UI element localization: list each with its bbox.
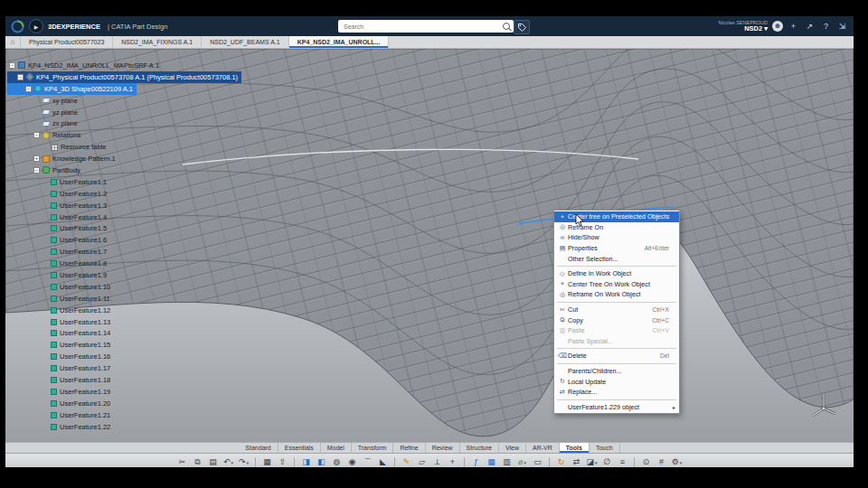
chamfer-icon[interactable]: ◣	[376, 455, 390, 467]
context-menu-item[interactable]: ✂ Cut Ctrl+X	[554, 305, 679, 315]
grid-icon[interactable]: #	[655, 455, 668, 467]
tree-item[interactable]: UserFeature1.17	[7, 362, 114, 374]
3dexperience-compass-icon[interactable]: ▶	[29, 19, 43, 33]
share-button[interactable]: ↗	[804, 22, 816, 31]
tree-item[interactable]: UserFeature1.10	[7, 281, 114, 293]
ribbon-tab[interactable]: Structure	[460, 443, 499, 453]
pad-icon[interactable]: ◨	[299, 455, 313, 467]
sketch-icon[interactable]: ✎	[400, 455, 413, 467]
toolbar-separator[interactable]	[634, 457, 635, 467]
tree-item[interactable]: UserFeature1.4	[7, 211, 110, 223]
ribbon-tab[interactable]: AR-VR	[526, 443, 560, 453]
3d-viewport[interactable]: KP4_NSD2_IMA_UNROLL_MAPtoSRF A.1 KP4_Phy…	[5, 49, 854, 442]
toolbar-separator[interactable]	[464, 457, 465, 467]
layers-icon[interactable]: ≡	[616, 455, 629, 467]
section-icon[interactable]: ◪	[585, 455, 599, 467]
context-menu-item[interactable]: ⌖ Center Tree On Work Object	[554, 279, 679, 290]
help-button[interactable]: ?	[820, 22, 832, 31]
ribbon-tab[interactable]: Touch	[590, 443, 620, 453]
context-menu-item[interactable]	[557, 399, 676, 400]
search-icon[interactable]	[503, 23, 510, 30]
context-menu-item[interactable]: UserFeature1.229 object	[554, 402, 679, 413]
context-menu-item[interactable]	[557, 348, 676, 349]
toolbar-separator[interactable]	[394, 457, 395, 467]
context-menu-item[interactable]: ↻ Local Update	[554, 376, 679, 387]
context-menu-item[interactable]: Other Selection...	[554, 253, 679, 264]
tree-item[interactable]: yz plane	[7, 107, 81, 118]
export-icon[interactable]: ⇧	[276, 455, 289, 467]
context-menu-item[interactable]: ▤ Properties Alt+Enter	[554, 243, 679, 254]
point-icon[interactable]: +	[446, 455, 459, 467]
hide-show-icon[interactable]: ∅	[600, 455, 614, 467]
ribbon-tab[interactable]: Transform	[352, 443, 394, 453]
hole-icon[interactable]: ◉	[345, 455, 359, 467]
context-menu-item[interactable]: ⌫ Delete Del	[554, 351, 679, 361]
context-menu-item[interactable]: ⌖ Center tree on Preselected Objects	[554, 211, 679, 222]
tree-item[interactable]: zx plane	[7, 117, 81, 129]
tree-item[interactable]: UserFeature1.19	[7, 386, 114, 398]
context-menu-item[interactable]: Paste Special...	[554, 336, 679, 347]
tree-item[interactable]: Resource table	[7, 141, 109, 153]
undo-icon[interactable]: ↶	[222, 455, 235, 467]
ribbon-tab[interactable]: Refine	[393, 443, 425, 453]
context-menu-item[interactable]: ∞ Hide/Show	[554, 232, 679, 243]
toolbar-separator[interactable]	[255, 457, 256, 467]
tree-item[interactable]: UserFeature1.20	[7, 398, 114, 409]
tree-item[interactable]: UserFeature1.11	[7, 293, 114, 305]
document-tab[interactable]: NSD2_UDF_BEAMS A.1	[202, 36, 288, 48]
shaft-icon[interactable]: ◍	[330, 455, 344, 467]
tree-item[interactable]: UserFeature1.6	[7, 234, 110, 246]
print-icon[interactable]: ▦	[260, 455, 274, 467]
tree-item[interactable]: UserFeature1.1	[7, 176, 110, 188]
tree-expander-icon[interactable]	[17, 74, 24, 80]
document-tab[interactable]: KP4_NSD2_IMA_UNROLL...	[289, 36, 390, 48]
tree-expander-icon[interactable]	[33, 167, 40, 174]
tree-item[interactable]: UserFeature1.13	[7, 316, 114, 328]
tree-item[interactable]: UserFeature1.21	[7, 409, 114, 421]
context-menu-item[interactable]: Parents/Children...	[554, 366, 679, 377]
document-tab[interactable]: NSD2_IMA_FIXINGS A.1	[113, 36, 202, 48]
tree-item[interactable]: UserFeature1.8	[7, 258, 110, 269]
tree-expander-icon[interactable]	[33, 155, 40, 162]
context-menu-item[interactable]	[557, 302, 676, 303]
context-menu-item[interactable]	[557, 266, 676, 267]
toolbar-separator[interactable]	[294, 457, 295, 467]
ribbon-tab[interactable]: View	[499, 443, 526, 453]
context-menu-item[interactable]	[557, 363, 676, 364]
update-icon[interactable]: ↻	[554, 455, 568, 467]
design-table-icon[interactable]: ▦	[485, 455, 498, 467]
axis-icon[interactable]: ⟂	[430, 455, 444, 467]
tree-item[interactable]: xy plane	[7, 95, 81, 107]
home-icon[interactable]: ⌂	[5, 36, 21, 48]
snap-icon[interactable]: ⊙	[639, 455, 653, 467]
tree-item[interactable]: UserFeature1.22	[7, 421, 114, 433]
cut-icon[interactable]: ✂	[175, 455, 189, 467]
ribbon-tab[interactable]: Model	[321, 443, 352, 453]
tree-item[interactable]: UserFeature1.2	[7, 188, 110, 200]
user-info[interactable]: Nicolas SENEPROUD NSD2 ▾	[719, 20, 768, 33]
ribbon-tab[interactable]: Standard	[239, 443, 278, 453]
ribbon-tab[interactable]: Review	[426, 443, 460, 453]
tree-item[interactable]: UserFeature1.15	[7, 339, 114, 351]
plane-icon[interactable]: ▱	[415, 455, 429, 467]
tree-item[interactable]: PartBody	[7, 164, 84, 176]
avatar[interactable]: ☻	[772, 21, 783, 32]
tree-item[interactable]: KP4_Physical Product00573708 A.1 (Physic…	[7, 71, 241, 83]
tag-button[interactable]	[514, 20, 530, 34]
workspace-selector[interactable]: NSD2 ▾	[744, 25, 768, 33]
context-menu-item[interactable]: ◎ Reframe On Work Object	[554, 289, 679, 300]
tree-item[interactable]: UserFeature1.16	[7, 351, 114, 362]
tree-item[interactable]: Relations	[7, 129, 84, 141]
settings-icon[interactable]: ⚙	[670, 455, 684, 467]
tree-item[interactable]: UserFeature1.18	[7, 374, 114, 386]
pocket-icon[interactable]: ◧	[315, 455, 328, 467]
tree-item[interactable]: UserFeature1.9	[7, 269, 110, 281]
context-menu-item[interactable]: ◇ Define In Work Object	[554, 268, 679, 279]
redo-icon[interactable]: ↷	[237, 455, 250, 467]
measure-icon[interactable]: ⌀	[515, 455, 529, 467]
context-menu-item[interactable]: ⧉ Copy Ctrl+C	[554, 314, 679, 325]
search-input[interactable]	[342, 23, 500, 31]
tree-item[interactable]: UserFeature1.5	[7, 222, 110, 234]
tree-expander-icon[interactable]	[9, 62, 15, 69]
tree-item[interactable]: KP4_3D Shape00522109 A.1	[7, 83, 137, 95]
